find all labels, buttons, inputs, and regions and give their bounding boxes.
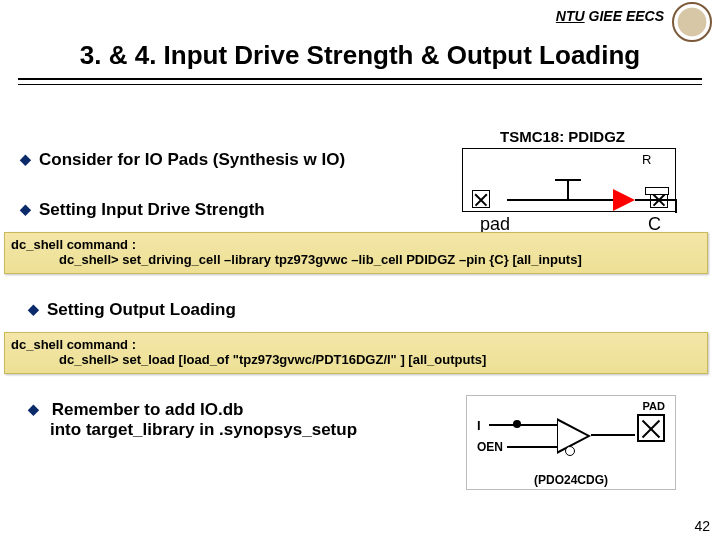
header-dept: GIEE EECS <box>589 8 664 24</box>
code-command: dc_shell> set_load [load_of "tpz973gvwc/… <box>59 352 701 367</box>
label-oen: OEN <box>477 440 503 454</box>
wire-icon <box>555 179 581 181</box>
label-cellname: (PDO24CDG) <box>467 473 675 487</box>
bullet-iodb: Remember to add IO.db into target_librar… <box>28 400 357 440</box>
slide: NTU GIEE EECS 3. & 4. Input Drive Streng… <box>0 0 720 540</box>
title-underline <box>18 78 702 85</box>
bullet-output-load: Setting Output Loading <box>28 300 236 320</box>
code-header: dc_shell command : <box>11 237 701 252</box>
resistor-icon <box>645 187 669 195</box>
buffer-icon <box>613 189 635 211</box>
wire-icon <box>675 199 677 213</box>
slide-title: 3. & 4. Input Drive Strength & Output Lo… <box>30 40 690 77</box>
diagram-pdidgz: TSMC18: PDIDGZ R pad C <box>446 128 692 224</box>
code-block-load: dc_shell command : dc_shell> set_load [l… <box>4 332 708 374</box>
wire-icon <box>591 434 635 436</box>
wire-icon <box>489 424 557 426</box>
code-command: dc_shell> set_driving_cell –library tpz9… <box>59 252 701 267</box>
label-r: R <box>642 152 651 167</box>
diagram-pdo24cdg: PAD I OEN (PDO24CDG) <box>466 395 676 490</box>
ntu-logo-icon <box>672 2 712 42</box>
inversion-bubble-icon <box>565 446 575 456</box>
bullet-consider-io: Consider for IO Pads (Synthesis w IO) <box>20 150 345 170</box>
wire-icon <box>567 199 613 201</box>
code-header: dc_shell command : <box>11 337 701 352</box>
header-ntu: NTU <box>556 8 585 24</box>
diagram-title: TSMC18: PDIDGZ <box>500 128 625 145</box>
bullet-iodb-line2: into target_library in .synopsys_setup <box>50 420 357 440</box>
node-dot-icon <box>513 420 521 428</box>
code-block-drive: dc_shell command : dc_shell> set_driving… <box>4 232 708 274</box>
pad-pin-icon <box>472 190 490 208</box>
pad-box-icon <box>637 414 665 442</box>
label-pad2: PAD <box>643 400 665 412</box>
page-number: 42 <box>694 518 710 534</box>
bullet-iodb-line1: Remember to add IO.db <box>52 400 244 419</box>
bullet-input-drive: Setting Input Drive Strength <box>20 200 265 220</box>
wire-icon <box>567 179 569 199</box>
label-i: I <box>477 418 481 433</box>
header-org: NTU GIEE EECS <box>556 8 664 24</box>
wire-icon <box>507 199 567 201</box>
